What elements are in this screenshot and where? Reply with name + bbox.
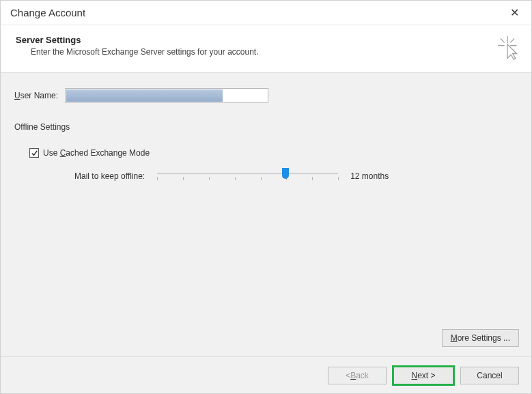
header: Server Settings Enter the Microsoft Exch…: [1, 25, 531, 73]
cancel-button[interactable]: Cancel: [460, 367, 519, 384]
mail-offline-value: 12 months: [350, 171, 389, 181]
next-button[interactable]: Next >: [392, 365, 455, 386]
slider-tick: [157, 177, 158, 180]
redacted-value: [66, 89, 223, 102]
slider-thumb[interactable]: [282, 168, 289, 179]
slider-tick: [338, 177, 339, 180]
mail-offline-slider[interactable]: [157, 166, 338, 186]
mail-offline-row: Mail to keep offline: 12 months: [74, 166, 518, 186]
slider-tick: [235, 177, 236, 180]
slider-tick: [209, 177, 210, 180]
more-settings-button[interactable]: More Settings ...: [442, 329, 519, 347]
slider-tick: [183, 177, 184, 180]
slider-track: [157, 173, 338, 175]
titlebar: Change Account ✕: [1, 1, 531, 25]
footer: < Back Next > Cancel: [1, 356, 531, 393]
header-subtext: Enter the Microsoft Exchange Server sett…: [31, 47, 259, 57]
slider-tick: [312, 177, 313, 180]
svg-line-4: [510, 38, 514, 42]
svg-line-3: [501, 38, 505, 42]
user-name-row: User Name:: [14, 88, 518, 103]
back-button: < Back: [328, 367, 387, 384]
mail-offline-label: Mail to keep offline:: [74, 171, 145, 181]
change-account-window: Change Account ✕ Server Settings Enter t…: [0, 0, 532, 394]
body: User Name: Offline Settings Use Cached E…: [1, 73, 531, 356]
close-icon[interactable]: ✕: [505, 3, 524, 22]
cached-mode-row: Use Cached Exchange Mode: [29, 148, 518, 158]
user-name-label: User Name:: [14, 91, 58, 100]
window-title: Change Account: [10, 7, 85, 18]
header-heading: Server Settings: [16, 35, 259, 45]
offline-settings-heading: Offline Settings: [14, 122, 518, 132]
cached-mode-checkbox[interactable]: [29, 148, 39, 158]
cached-mode-label: Use Cached Exchange Mode: [43, 148, 150, 158]
cursor-star-icon: [496, 35, 519, 63]
user-name-input[interactable]: [65, 88, 268, 103]
slider-tick: [261, 177, 262, 180]
